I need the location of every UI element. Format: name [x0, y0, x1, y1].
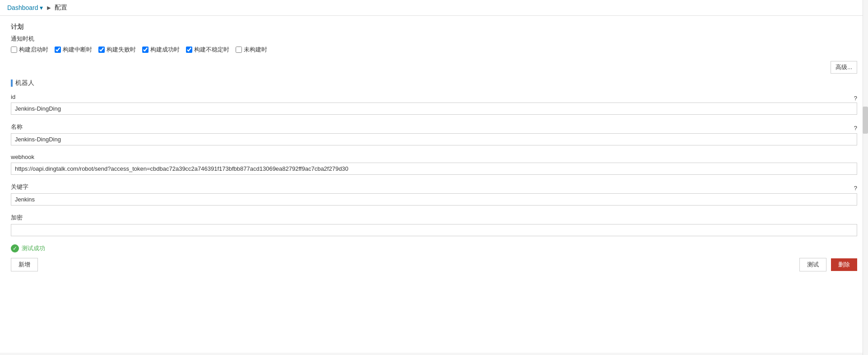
checkbox-not-built[interactable]: 未构建时 — [236, 46, 267, 54]
checkbox-build-fail-label: 构建失败时 — [107, 46, 136, 54]
checkbox-build-fail-input[interactable] — [98, 47, 105, 53]
scrollbar-thumb[interactable] — [863, 107, 868, 134]
keyword-input[interactable] — [11, 193, 857, 206]
name-label-row: 名称 ? — [11, 123, 857, 133]
main-content: 计划 通知时机 构建启动时 构建中断时 构建失败时 构建成功时 构建不稳 — [0, 16, 868, 353]
id-label: id — [11, 93, 15, 100]
webhook-label-row: webhook — [11, 154, 857, 163]
right-actions: 测试 删除 — [799, 258, 857, 271]
id-label-row: id ? — [11, 93, 857, 103]
checkbox-not-built-label: 未构建时 — [244, 46, 267, 54]
id-field-group: id ? — [11, 93, 857, 115]
robot-section-title: 机器人 — [11, 79, 857, 87]
keyword-label-row: 关键字 ? — [11, 183, 857, 193]
webhook-field-group: webhook — [11, 154, 857, 175]
encrypt-input[interactable] — [11, 224, 857, 236]
partial-section-label: 计划 — [11, 23, 857, 31]
checkbox-not-built-input[interactable] — [236, 47, 242, 53]
keyword-label-text: 关键字 — [11, 183, 28, 191]
encrypt-label-row: 加密 — [11, 214, 857, 224]
checkbox-build-start[interactable]: 构建启动时 — [11, 46, 48, 54]
checkbox-build-interrupt[interactable]: 构建中断时 — [55, 46, 92, 54]
bottom-bar: 新增 测试 删除 — [11, 258, 857, 271]
advanced-button[interactable]: 高级... — [831, 61, 857, 74]
notify-label: 通知时机 — [11, 35, 857, 43]
name-help-icon[interactable]: ? — [854, 125, 857, 131]
breadcrumb-home-text: Dashboard — [7, 4, 38, 11]
webhook-label-text: webhook — [11, 154, 34, 160]
breadcrumb-separator: ► — [46, 4, 52, 11]
name-label-text: 名称 — [11, 123, 23, 131]
name-input[interactable] — [11, 133, 857, 145]
checkbox-build-unstable-label: 构建不稳定时 — [194, 46, 229, 54]
encrypt-label-text: 加密 — [11, 214, 23, 222]
keyword-help-icon[interactable]: ? — [854, 185, 857, 192]
id-label-text: id — [11, 93, 15, 100]
checkbox-build-unstable-input[interactable] — [186, 47, 192, 53]
add-button[interactable]: 新增 — [11, 258, 38, 271]
checkbox-build-start-input[interactable] — [11, 47, 17, 53]
checkbox-build-unstable[interactable]: 构建不稳定时 — [186, 46, 229, 54]
test-button[interactable]: 测试 — [799, 258, 826, 271]
robot-section: 机器人 id ? 名称 ? — [11, 79, 857, 236]
checkbox-build-fail[interactable]: 构建失败时 — [98, 46, 136, 54]
encrypt-label: 加密 — [11, 214, 23, 222]
checkbox-build-interrupt-input[interactable] — [55, 47, 61, 53]
id-input[interactable] — [11, 103, 857, 115]
section-title-bar — [11, 79, 13, 87]
breadcrumb: Dashboard ▾ ► 配置 — [0, 0, 868, 16]
advanced-btn-container: 高级... — [11, 61, 857, 74]
encrypt-field-group: 加密 — [11, 214, 857, 236]
test-success-icon: ✓ — [11, 244, 19, 252]
robot-section-title-text: 机器人 — [15, 79, 34, 87]
webhook-input[interactable] — [11, 163, 857, 175]
breadcrumb-dropdown-icon: ▾ — [40, 4, 43, 11]
name-label: 名称 — [11, 123, 23, 131]
name-field-group: 名称 ? — [11, 123, 857, 145]
delete-button[interactable]: 删除 — [831, 258, 857, 271]
scrollbar[interactable] — [863, 0, 868, 353]
checkbox-build-start-label: 构建启动时 — [19, 46, 48, 54]
keyword-label: 关键字 — [11, 183, 28, 191]
notify-section: 通知时机 构建启动时 构建中断时 构建失败时 构建成功时 构建不稳定时 — [11, 35, 857, 54]
notify-checkbox-group: 构建启动时 构建中断时 构建失败时 构建成功时 构建不稳定时 未构建时 — [11, 46, 857, 54]
checkbox-build-success-input[interactable] — [142, 47, 149, 53]
checkbox-build-interrupt-label: 构建中断时 — [63, 46, 92, 54]
checkbox-build-success-label: 构建成功时 — [150, 46, 180, 54]
test-success-text: 测试成功 — [22, 244, 45, 252]
breadcrumb-home-link[interactable]: Dashboard ▾ — [7, 4, 43, 11]
test-success-message: ✓ 测试成功 — [11, 244, 857, 252]
breadcrumb-current-page: 配置 — [55, 4, 67, 12]
id-help-icon[interactable]: ? — [854, 95, 857, 102]
keyword-field-group: 关键字 ? — [11, 183, 857, 206]
checkbox-build-success[interactable]: 构建成功时 — [142, 46, 180, 54]
webhook-label: webhook — [11, 154, 34, 160]
